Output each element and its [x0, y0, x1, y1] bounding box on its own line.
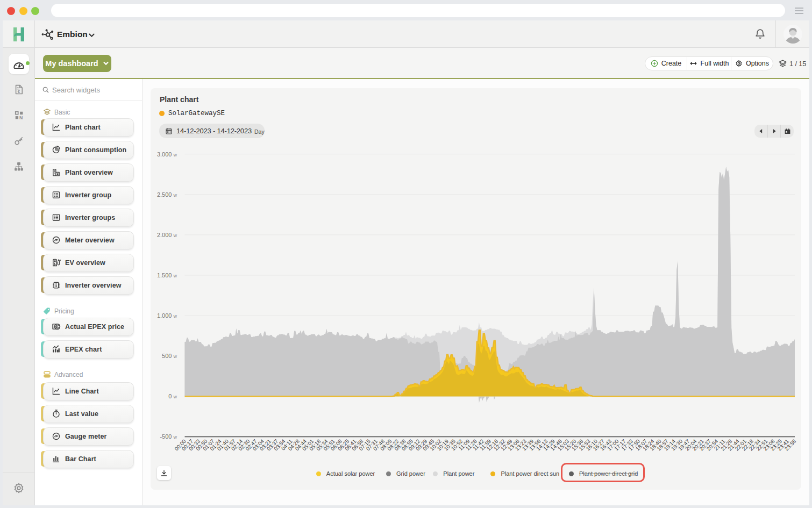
svg-text:500 w: 500 w — [162, 353, 177, 359]
svg-text:1.500 w: 1.500 w — [157, 272, 177, 278]
svg-text:2.500 w: 2.500 w — [157, 191, 177, 198]
svg-text:1.000 w: 1.000 w — [157, 312, 177, 319]
svg-text:0 w: 0 w — [168, 393, 177, 399]
svg-text:3.000 w: 3.000 w — [157, 151, 177, 158]
svg-text:-500 w: -500 w — [160, 433, 177, 440]
svg-text:2.000 w: 2.000 w — [157, 232, 177, 238]
